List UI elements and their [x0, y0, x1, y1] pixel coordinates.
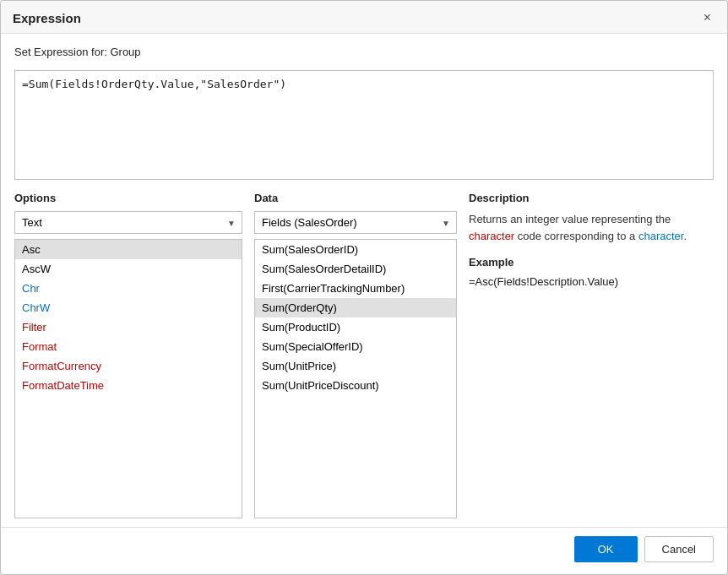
list-item[interactable]: Filter [15, 317, 242, 337]
list-item[interactable]: Sum(ProductID) [255, 317, 456, 337]
data-dropdown[interactable]: Fields (SalesOrder) Fields (All) Paramet… [254, 211, 457, 234]
list-item[interactable]: Sum(UnitPrice) [255, 356, 456, 376]
options-listbox[interactable]: AscAscWChrChrWFilterFormatFormatCurrency… [14, 239, 242, 518]
ok-button[interactable]: OK [574, 536, 638, 562]
list-item[interactable]: Sum(SalesOrderID) [255, 240, 456, 259]
list-item[interactable]: Asc [15, 240, 242, 259]
list-item[interactable]: First(CarrierTrackingNumber) [255, 279, 456, 298]
list-item[interactable]: Sum(SalesOrderDetailID) [255, 259, 456, 279]
data-dropdown-wrapper[interactable]: Fields (SalesOrder) Fields (All) Paramet… [254, 211, 457, 234]
dialog-footer: OK Cancel [1, 527, 727, 574]
dialog-body: Set Expression for: Group Options Text N… [1, 34, 727, 527]
data-listbox[interactable]: Sum(SalesOrderID)Sum(SalesOrderDetailID)… [254, 239, 457, 518]
dialog-title: Expression [13, 11, 81, 25]
description-char1: character [469, 230, 514, 242]
list-item[interactable]: Sum(UnitPriceDiscount) [255, 376, 456, 395]
cancel-button[interactable]: Cancel [644, 536, 714, 562]
list-item[interactable]: Sum(SpecialOfferID) [255, 337, 456, 356]
columns-row: Options Text Number Date/Time ▼ AscAscWC… [14, 192, 714, 518]
dialog-header: Expression × [1, 1, 727, 34]
list-item[interactable]: Chr [15, 279, 242, 298]
options-dropdown-wrapper[interactable]: Text Number Date/Time ▼ [14, 211, 242, 234]
list-item[interactable]: FormatCurrency [15, 356, 242, 376]
description-column: Description Returns an integer value rep… [469, 192, 714, 518]
options-column: Options Text Number Date/Time ▼ AscAscWC… [14, 192, 242, 518]
description-title: Description [469, 192, 714, 204]
description-text: Returns an integer value representing th… [469, 211, 714, 244]
list-item[interactable]: Sum(OrderQty) [255, 298, 456, 317]
list-item[interactable]: ChrW [15, 298, 242, 317]
list-item[interactable]: FormatDateTime [15, 376, 242, 395]
expression-textarea[interactable] [14, 70, 714, 180]
data-column: Data Fields (SalesOrder) Fields (All) Pa… [254, 192, 457, 518]
set-expression-label: Set Expression for: Group [14, 46, 714, 58]
example-title: Example [469, 256, 714, 269]
data-label: Data [254, 192, 457, 204]
description-char2: character [638, 230, 683, 242]
list-item[interactable]: AscW [15, 259, 242, 279]
options-label: Options [14, 192, 242, 204]
close-button[interactable]: × [699, 9, 715, 26]
example-text: =Asc(Fields!Description.Value) [469, 275, 714, 288]
expression-dialog: Expression × Set Expression for: Group O… [0, 0, 728, 575]
options-dropdown[interactable]: Text Number Date/Time [14, 211, 242, 234]
list-item[interactable]: Format [15, 337, 242, 356]
